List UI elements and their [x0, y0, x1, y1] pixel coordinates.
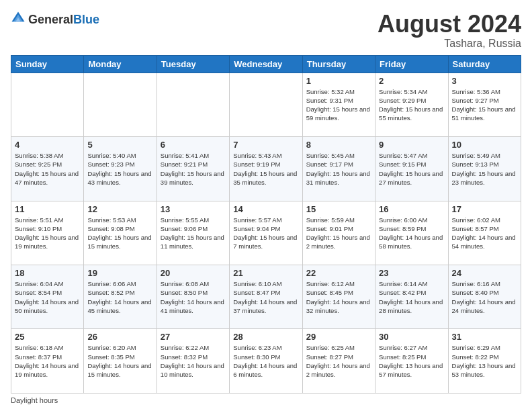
calendar-cell-2-6: 9Sunrise: 5:47 AM Sunset: 9:15 PM Daylig…: [375, 137, 448, 201]
calendar-cell-1-5: 1Sunrise: 5:32 AM Sunset: 9:31 PM Daylig…: [302, 73, 375, 136]
day-number: 13: [161, 204, 226, 214]
calendar-cell-1-3: [157, 73, 229, 136]
day-info: Sunrise: 6:18 AM Sunset: 8:37 PM Dayligh…: [15, 343, 80, 379]
day-number: 16: [379, 204, 444, 214]
day-number: 28: [233, 332, 298, 342]
day-info: Sunrise: 5:32 AM Sunset: 9:31 PM Dayligh…: [306, 87, 371, 123]
calendar-cell-4-4: 21Sunrise: 6:10 AM Sunset: 8:47 PM Dayli…: [230, 265, 302, 329]
day-info: Sunrise: 6:10 AM Sunset: 8:47 PM Dayligh…: [233, 279, 298, 315]
calendar-cell-4-2: 19Sunrise: 6:06 AM Sunset: 8:52 PM Dayli…: [84, 265, 157, 329]
day-info: Sunrise: 5:40 AM Sunset: 9:23 PM Dayligh…: [87, 151, 152, 187]
col-thursday: Thursday: [302, 55, 375, 73]
calendar-table: Sunday Monday Tuesday Wednesday Thursday…: [11, 55, 521, 394]
day-number: 20: [161, 268, 226, 278]
calendar-cell-3-2: 12Sunrise: 5:53 AM Sunset: 9:08 PM Dayli…: [84, 201, 157, 265]
col-saturday: Saturday: [448, 55, 521, 73]
day-info: Sunrise: 5:45 AM Sunset: 9:17 PM Dayligh…: [306, 151, 371, 187]
page: GeneralBlue August 2024 Tashara, Russia …: [0, 0, 532, 411]
day-info: Sunrise: 5:38 AM Sunset: 9:25 PM Dayligh…: [15, 151, 80, 187]
day-number: 12: [87, 204, 152, 214]
calendar-week-4: 18Sunrise: 6:04 AM Sunset: 8:54 PM Dayli…: [11, 265, 521, 329]
day-info: Sunrise: 6:00 AM Sunset: 8:59 PM Dayligh…: [379, 216, 444, 251]
calendar-cell-3-1: 11Sunrise: 5:51 AM Sunset: 9:10 PM Dayli…: [11, 201, 84, 265]
day-number: 11: [15, 204, 80, 214]
day-number: 30: [379, 332, 444, 342]
day-number: 4: [15, 140, 80, 150]
day-number: 3: [452, 76, 517, 86]
day-info: Sunrise: 6:27 AM Sunset: 8:25 PM Dayligh…: [379, 343, 444, 379]
calendar-cell-1-1: [11, 73, 84, 136]
calendar-cell-3-4: 14Sunrise: 5:57 AM Sunset: 9:04 PM Dayli…: [230, 201, 302, 265]
calendar-cell-3-5: 15Sunrise: 5:59 AM Sunset: 9:01 PM Dayli…: [302, 201, 375, 265]
logo-text: GeneralBlue: [28, 13, 99, 27]
day-number: 31: [452, 332, 517, 342]
day-info: Sunrise: 6:16 AM Sunset: 8:40 PM Dayligh…: [452, 279, 517, 315]
day-info: Sunrise: 5:49 AM Sunset: 9:13 PM Dayligh…: [452, 151, 517, 187]
logo-blue: Blue: [73, 13, 99, 26]
calendar-cell-4-1: 18Sunrise: 6:04 AM Sunset: 8:54 PM Dayli…: [11, 265, 84, 329]
day-info: Sunrise: 5:51 AM Sunset: 9:10 PM Dayligh…: [15, 216, 80, 251]
day-info: Sunrise: 6:08 AM Sunset: 8:50 PM Dayligh…: [161, 279, 226, 315]
calendar-cell-3-7: 17Sunrise: 6:02 AM Sunset: 8:57 PM Dayli…: [448, 201, 521, 265]
day-number: 10: [452, 140, 517, 150]
day-info: Sunrise: 5:47 AM Sunset: 9:15 PM Dayligh…: [379, 151, 444, 187]
day-info: Sunrise: 6:02 AM Sunset: 8:57 PM Dayligh…: [452, 216, 517, 251]
calendar-cell-2-1: 4Sunrise: 5:38 AM Sunset: 9:25 PM Daylig…: [11, 137, 84, 201]
calendar-cell-2-3: 6Sunrise: 5:41 AM Sunset: 9:21 PM Daylig…: [157, 137, 229, 201]
logo-general: General: [28, 13, 73, 26]
day-number: 5: [87, 140, 152, 150]
calendar-header-row: Sunday Monday Tuesday Wednesday Thursday…: [11, 55, 521, 73]
day-info: Sunrise: 6:04 AM Sunset: 8:54 PM Dayligh…: [15, 279, 80, 315]
day-info: Sunrise: 5:41 AM Sunset: 9:21 PM Dayligh…: [161, 151, 226, 187]
col-tuesday: Tuesday: [157, 55, 229, 73]
day-info: Sunrise: 6:22 AM Sunset: 8:32 PM Dayligh…: [161, 343, 226, 379]
day-info: Sunrise: 5:43 AM Sunset: 9:19 PM Dayligh…: [233, 151, 298, 187]
calendar-cell-1-2: [84, 73, 157, 136]
calendar-cell-1-7: 3Sunrise: 5:36 AM Sunset: 9:27 PM Daylig…: [448, 73, 521, 136]
calendar-cell-1-4: [230, 73, 302, 136]
day-info: Sunrise: 6:23 AM Sunset: 8:30 PM Dayligh…: [233, 343, 298, 379]
calendar-location: Tashara, Russia: [378, 38, 521, 50]
col-friday: Friday: [375, 55, 448, 73]
day-number: 23: [379, 268, 444, 278]
calendar-cell-4-6: 23Sunrise: 6:14 AM Sunset: 8:42 PM Dayli…: [375, 265, 448, 329]
day-info: Sunrise: 5:57 AM Sunset: 9:04 PM Dayligh…: [233, 216, 298, 251]
day-info: Sunrise: 5:34 AM Sunset: 9:29 PM Dayligh…: [379, 87, 444, 123]
day-info: Sunrise: 6:25 AM Sunset: 8:27 PM Dayligh…: [306, 343, 371, 379]
day-number: 18: [15, 268, 80, 278]
day-number: 2: [379, 76, 444, 86]
day-info: Sunrise: 6:29 AM Sunset: 8:22 PM Dayligh…: [452, 343, 517, 379]
col-wednesday: Wednesday: [230, 55, 302, 73]
calendar-cell-5-7: 31Sunrise: 6:29 AM Sunset: 8:22 PM Dayli…: [448, 329, 521, 394]
day-number: 25: [15, 332, 80, 342]
calendar-cell-1-6: 2Sunrise: 5:34 AM Sunset: 9:29 PM Daylig…: [375, 73, 448, 136]
calendar-week-1: 1Sunrise: 5:32 AM Sunset: 9:31 PM Daylig…: [11, 73, 521, 136]
calendar-title: August 2024: [378, 11, 521, 38]
calendar-cell-5-2: 26Sunrise: 6:20 AM Sunset: 8:35 PM Dayli…: [84, 329, 157, 394]
daylight-label: Daylight hours: [11, 396, 58, 404]
calendar-week-2: 4Sunrise: 5:38 AM Sunset: 9:25 PM Daylig…: [11, 137, 521, 201]
calendar-cell-2-7: 10Sunrise: 5:49 AM Sunset: 9:13 PM Dayli…: [448, 137, 521, 201]
day-number: 24: [452, 268, 517, 278]
day-number: 1: [306, 76, 371, 86]
calendar-week-3: 11Sunrise: 5:51 AM Sunset: 9:10 PM Dayli…: [11, 201, 521, 265]
day-number: 17: [452, 204, 517, 214]
day-number: 19: [87, 268, 152, 278]
day-number: 8: [306, 140, 371, 150]
day-number: 15: [306, 204, 371, 214]
col-sunday: Sunday: [11, 55, 84, 73]
day-number: 27: [161, 332, 226, 342]
day-info: Sunrise: 5:36 AM Sunset: 9:27 PM Dayligh…: [452, 87, 517, 123]
calendar-cell-4-5: 22Sunrise: 6:12 AM Sunset: 8:45 PM Dayli…: [302, 265, 375, 329]
calendar-cell-3-6: 16Sunrise: 6:00 AM Sunset: 8:59 PM Dayli…: [375, 201, 448, 265]
logo: GeneralBlue: [11, 11, 99, 28]
day-number: 29: [306, 332, 371, 342]
calendar-cell-5-4: 28Sunrise: 6:23 AM Sunset: 8:30 PM Dayli…: [230, 329, 302, 394]
day-info: Sunrise: 6:20 AM Sunset: 8:35 PM Dayligh…: [87, 343, 152, 379]
calendar-cell-4-3: 20Sunrise: 6:08 AM Sunset: 8:50 PM Dayli…: [157, 265, 229, 329]
title-block: August 2024 Tashara, Russia: [378, 11, 521, 50]
day-number: 26: [87, 332, 152, 342]
calendar-cell-5-5: 29Sunrise: 6:25 AM Sunset: 8:27 PM Dayli…: [302, 329, 375, 394]
day-number: 22: [306, 268, 371, 278]
day-number: 9: [379, 140, 444, 150]
